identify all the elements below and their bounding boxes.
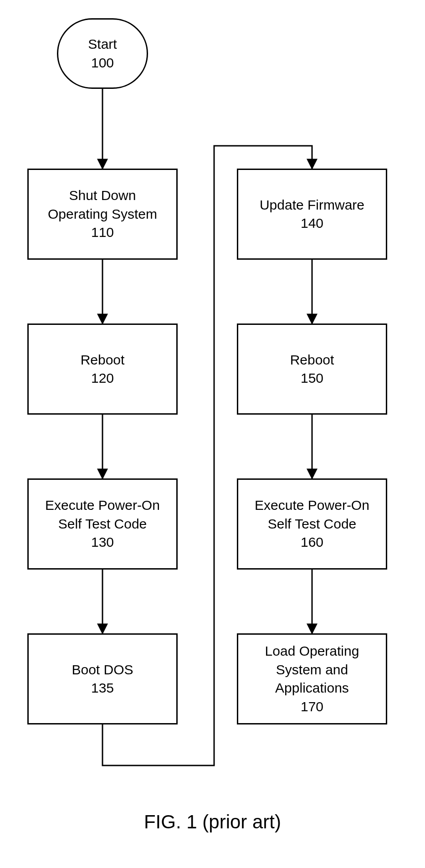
node-140-num: 140 xyxy=(301,214,323,233)
node-160: Execute Power-OnSelf Test Code 160 xyxy=(237,478,387,570)
node-120-num: 120 xyxy=(91,369,114,388)
node-135-num: 135 xyxy=(91,679,114,698)
node-110-label: Shut DownOperating System xyxy=(48,186,157,223)
node-170: Load OperatingSystem andApplications 170 xyxy=(237,633,387,724)
node-135-label: Boot DOS xyxy=(72,661,133,679)
node-150: Reboot 150 xyxy=(237,324,387,415)
node-170-num: 170 xyxy=(301,698,323,716)
node-160-label: Execute Power-OnSelf Test Code xyxy=(255,496,369,533)
node-110-num: 110 xyxy=(91,223,114,242)
node-120-label: Reboot xyxy=(81,351,125,370)
flow-connectors xyxy=(0,0,425,868)
node-130: Execute Power-OnSelf Test Code 130 xyxy=(27,478,178,570)
node-130-num: 130 xyxy=(91,533,114,552)
node-140: Update Firmware 140 xyxy=(237,169,387,260)
node-160-num: 160 xyxy=(301,533,323,552)
node-110: Shut DownOperating System 110 xyxy=(27,169,178,260)
node-130-label: Execute Power-OnSelf Test Code xyxy=(45,496,160,533)
node-140-label: Update Firmware xyxy=(260,196,364,215)
node-135: Boot DOS 135 xyxy=(27,633,178,724)
node-150-label: Reboot xyxy=(290,351,334,370)
node-170-label: Load OperatingSystem andApplications xyxy=(265,642,359,698)
figure-caption: FIG. 1 (prior art) xyxy=(0,811,425,833)
node-120: Reboot 120 xyxy=(27,324,178,415)
node-start-label: Start xyxy=(88,35,117,54)
node-150-num: 150 xyxy=(301,369,323,388)
node-start: Start 100 xyxy=(57,18,148,89)
node-start-num: 100 xyxy=(91,54,114,72)
